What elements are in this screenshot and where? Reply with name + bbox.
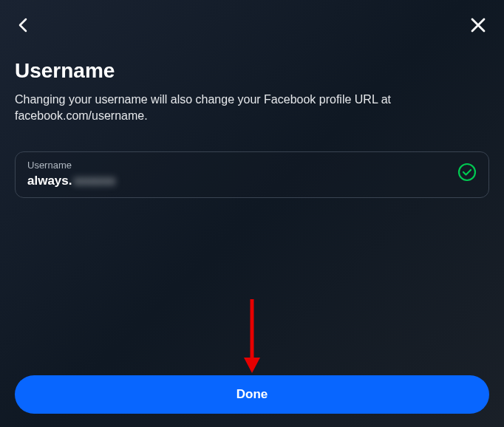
chevron-left-icon [18,16,30,34]
username-input-wrapper: Username always. xxxxxx [27,160,449,188]
done-button[interactable]: Done [15,375,489,414]
content-area: Username Changing your username will als… [0,44,504,198]
arrow-annotation [241,296,263,380]
page-description: Changing your username will also change … [15,92,489,125]
username-value: always. xxxxxx [27,174,449,188]
page-title: Username [15,59,489,83]
svg-marker-2 [244,358,260,373]
back-button[interactable] [15,13,33,37]
username-label: Username [27,160,449,171]
username-input-container[interactable]: Username always. xxxxxx [15,151,489,198]
close-button[interactable] [467,14,489,36]
username-visible-text: always. [27,174,72,188]
username-obscured-text: xxxxxx [74,174,116,188]
close-icon [470,17,486,33]
check-circle-icon [457,163,477,185]
header-bar [0,0,504,44]
svg-point-0 [459,164,475,180]
